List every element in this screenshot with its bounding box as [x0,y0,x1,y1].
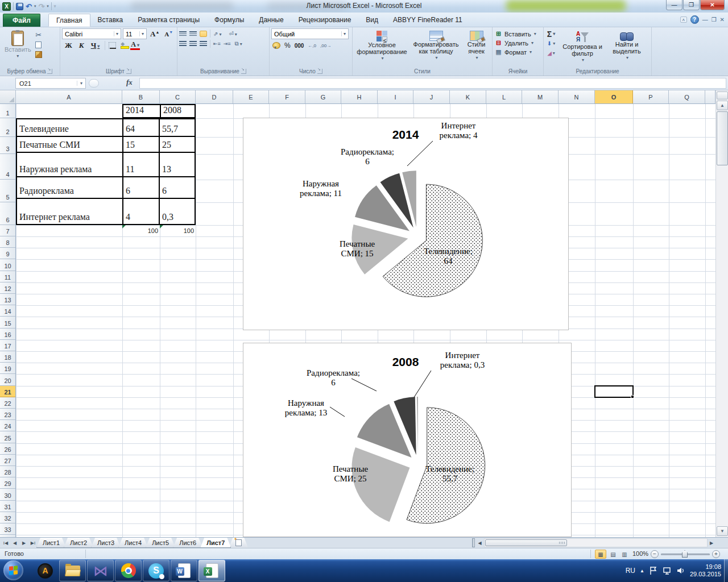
clipboard-dialog-launcher[interactable] [47,69,52,74]
row-header-27[interactable]: 27 [0,455,15,466]
format-as-table-button[interactable]: Форматировать как таблицу [410,28,462,63]
find-select-button[interactable]: Найти и выделить [606,28,648,66]
number-format-combo[interactable]: Общий▾ [271,28,349,39]
column-header-J[interactable]: J [413,90,450,103]
bold-icon[interactable]: Ж [63,41,74,50]
increase-decimal-icon[interactable]: ←,0 [308,43,316,48]
sheet-tab-лист6[interactable]: Лист6 [173,538,202,548]
copy-icon[interactable] [34,40,43,49]
sheet-tab-лист4[interactable]: Лист4 [118,538,148,548]
format-cells-button[interactable]: ▦Формат [494,48,541,56]
ribbon-tab-главная[interactable]: Главная [48,14,90,27]
underline-icon[interactable]: Ч [89,41,102,50]
align-center-icon[interactable] [189,41,197,47]
pie-chart-2014[interactable]: Телевидение;64ПечатныеСМИ; 15Наружнаярек… [243,118,569,330]
italic-icon[interactable]: К [77,41,86,50]
undo-icon[interactable]: ↶ [26,3,32,10]
row-header-11[interactable]: 11 [0,271,15,282]
comma-format-icon[interactable]: 000 [295,43,304,49]
total-cell[interactable]: 100 [160,225,196,236]
data-label-наружная-реклама[interactable]: реклама; 11 [300,189,342,198]
align-left-icon[interactable] [179,41,187,47]
row-header-14[interactable]: 14 [0,305,15,317]
vertical-scroll-thumb[interactable] [717,111,728,165]
row-header-8[interactable]: 8 [0,236,15,248]
row-label-3[interactable]: Печатные СМИ [17,136,122,152]
workbook-close-icon[interactable]: ✕ [720,16,725,23]
data-label-наружная-реклама[interactable]: Наружная [288,398,324,408]
row-header-18[interactable]: 18 [0,351,15,363]
data-label-радиореклама[interactable]: 6 [365,157,370,166]
sheet-tab-лист2[interactable]: Лист2 [64,538,93,548]
row-header-28[interactable]: 28 [0,466,15,477]
help-icon[interactable]: ? [690,15,699,24]
autosum-icon[interactable]: Σ [547,30,556,38]
taskbar-aimp-button[interactable]: A [32,560,59,581]
data-label-радиореклама[interactable]: Радиореклама; [307,368,360,377]
total-cell[interactable]: 100 [122,225,160,236]
row-header-1[interactable]: 1 [0,104,15,118]
chart-title[interactable]: 2014 [392,128,419,141]
data-label-интернет-реклама[interactable]: Интернет [441,121,476,130]
taskbar-excel-button[interactable]: X [198,560,225,581]
value-2014-row5[interactable]: 6 [122,176,159,198]
ribbon-tab-вставка[interactable]: Вставка [90,14,131,27]
value-2014-row3[interactable]: 15 [122,136,159,152]
column-header-I[interactable]: I [378,90,413,103]
sheet-tab-лист5[interactable]: Лист5 [146,538,175,548]
chart-title[interactable]: 2008 [392,355,419,368]
decrease-indent-icon[interactable]: ⇤≡ [213,41,221,47]
value-2014-row2[interactable]: 64 [122,119,159,136]
ribbon-tab-формулы[interactable]: Формулы [207,14,251,27]
data-label-печатные-сми[interactable]: Печатные [340,239,375,248]
column-header-H[interactable]: H [341,90,378,103]
ribbon-tab-рецензирование[interactable]: Рецензирование [291,14,359,27]
sheet-tab-лист3[interactable]: Лист3 [91,538,121,548]
row-label-5[interactable]: Радиореклама [17,176,122,198]
network-icon[interactable] [663,566,672,575]
row-header-29[interactable]: 29 [0,477,15,489]
data-label-интернет-реклама[interactable]: реклама; 4 [439,131,478,140]
row-header-12[interactable]: 12 [0,282,15,294]
column-header-L[interactable]: L [486,90,522,103]
taskbar-skype-button[interactable]: S [143,560,169,581]
format-painter-icon[interactable] [34,50,43,59]
column-header-C[interactable]: C [160,90,196,103]
data-label-интернет-реклама[interactable]: реклама; 0,3 [440,360,485,369]
borders-icon[interactable] [109,42,116,49]
row-header-13[interactable]: 13 [0,294,15,305]
increase-indent-icon[interactable]: ⇥≡ [224,41,231,47]
align-top-icon[interactable] [179,31,187,36]
prev-sheet-icon[interactable]: ◀ [11,541,19,546]
data-label-печатные-сми[interactable]: Печатные [333,464,369,473]
select-all-corner[interactable] [0,90,16,103]
column-header-O[interactable]: O [595,90,633,103]
row-header-6[interactable]: 6 [0,202,15,225]
selected-cell-O21[interactable] [594,385,634,398]
tray-expand-icon[interactable]: ▲ [640,568,644,573]
data-label-печатные-сми[interactable]: СМИ; 15 [341,249,373,258]
insert-function-icon[interactable]: fx [126,78,133,87]
data-label-телевидение[interactable]: Телевидение; [424,247,473,256]
page-break-view-icon[interactable]: ▥ [619,550,630,559]
merge-center-icon[interactable]: ⧉ [235,40,242,47]
clock[interactable]: 19:08 29.03.2015 [690,563,725,578]
clear-icon[interactable]: ◢ [547,49,556,57]
align-bottom-icon[interactable] [200,31,207,37]
pie-slice-интернет-реклама[interactable] [417,397,418,455]
row-header-5[interactable]: 5 [0,180,15,202]
last-sheet-icon[interactable]: ▶Ι [29,541,37,546]
font-size-combo[interactable]: 11▾ [123,28,147,39]
next-sheet-icon[interactable]: ▶ [20,541,28,546]
split-handle[interactable] [717,92,728,99]
value-2008-row5[interactable]: 6 [159,176,195,198]
row-header-30[interactable]: 30 [0,489,15,500]
font-color-icon[interactable]: А [130,41,140,50]
taskbar-explorer-button[interactable] [59,560,86,581]
value-2008-row4[interactable]: 13 [159,152,195,176]
row-header-17[interactable]: 17 [0,340,15,351]
row-header-26[interactable]: 26 [0,443,15,455]
data-label-телевидение[interactable]: Телевидение; [425,464,474,473]
column-header-G[interactable]: G [305,90,341,103]
sheet-tab-лист7[interactable]: Лист7 [200,538,231,548]
